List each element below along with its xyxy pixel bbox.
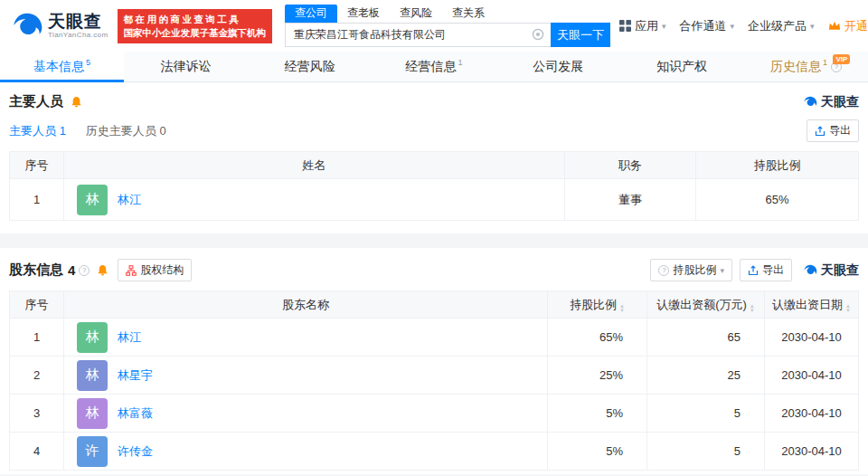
table-row: 3 林 林富薇 5% 5 2030-04-10 [10,395,859,433]
monitor-bell-icon[interactable] [97,264,108,276]
brand-name: 天眼查 [48,13,108,31]
table-header-row: 序号 股东名称 持股比例▲▼ 认缴出资额(万元)▲▼ 认缴出资日期▲▼ [10,291,859,319]
tianyancha-logo-icon [803,95,817,109]
avatar[interactable]: 林 [77,322,108,353]
export-icon [815,126,826,137]
col-no: 序号 [10,291,64,319]
image-search-icon[interactable] [532,28,544,43]
tianyancha-logo-icon [11,10,43,43]
chevron-down-icon: ▾ [720,266,724,275]
shareholder-link[interactable]: 林富薇 [118,405,153,422]
tab-company-development[interactable]: 公司发展 [496,52,620,81]
nav-apps[interactable]: 应用 ▾ [619,18,666,34]
shareholder-link[interactable]: 林江 [118,329,141,346]
person-link[interactable]: 林江 [118,192,141,208]
tianyancha-logo[interactable]: 天眼查 TianYanCha.com [11,10,108,43]
row-date: 2030-04-10 [765,433,859,471]
search-tab-company[interactable]: 查公司 [285,5,337,23]
avatar[interactable]: 林 [77,185,108,215]
crown-icon [828,21,841,31]
export-button[interactable]: 导出 [740,259,792,281]
main-personnel-section: 主要人员 天眼查 主要人员 1 历史主要人员 0 导出 序号 [0,82,868,233]
row-date: 2030-04-10 [765,357,859,395]
tab-basic-info[interactable]: 基本信息5 [0,52,124,81]
tab-intellectual-property[interactable]: 知识产权 [620,52,744,81]
tab-history-info[interactable]: 历史信息1 ? VIP [744,52,868,81]
tianyancha-logo-icon [803,263,817,278]
ratio-filter-dropdown[interactable]: ? 持股比例 ▾ [650,259,732,281]
company-section-tabbar: 基本信息5 法律诉讼 经营风险 经营信息1 公司发展 知识产权 历史信息1 ? … [0,52,868,82]
col-ratio-sortable[interactable]: 持股比例▲▼ [548,291,647,319]
apps-grid-icon [619,20,631,32]
col-date-sortable[interactable]: 认缴出资日期▲▼ [765,291,859,319]
export-button[interactable]: 导出 [807,119,859,142]
sort-icon: ▲▼ [845,304,851,313]
avatar[interactable]: 林 [77,398,108,429]
top-header: 天眼查 TianYanCha.com 都在用的商业查询工具 国家中小企业发展子基… [0,0,868,52]
col-ratio: 持股比例 [696,152,859,179]
col-name: 股东名称 [64,291,548,319]
avatar[interactable]: 林 [77,360,108,391]
search-input[interactable] [285,23,551,47]
col-no: 序号 [10,152,64,179]
row-amount: 65 [647,319,765,357]
nav-open-vip[interactable]: 开通会员 ▾ [828,18,868,34]
shareholder-link[interactable]: 林星宇 [118,367,153,384]
shareholders-section: 股东信息 4 ? 股权结构 ? 持股比例 ▾ 导出 天眼查 [0,248,868,474]
personnel-tab-current[interactable]: 主要人员 1 [9,123,66,139]
tab-operating-info[interactable]: 经营信息1 [372,52,495,81]
info-icon[interactable]: ? [79,265,90,276]
tianyancha-watermark: 天眼查 [803,262,859,279]
nav-cooperation[interactable]: 合作通道 ▾ [680,18,735,34]
brand-domain: TianYanCha.com [48,31,108,39]
table-row: 4 许 许传金 5% 5 2030-04-10 [10,433,859,471]
promo-line2: 国家中小企业发展子基金旗下机构 [124,26,267,40]
tab-operating-risk[interactable]: 经营风险 [248,52,372,81]
promo-banner: 都在用的商业查询工具 国家中小企业发展子基金旗下机构 [118,9,273,43]
row-no: 1 [10,319,64,357]
search-button[interactable]: 天眼一下 [551,23,610,47]
header-search: 查公司 查老板 查风险 查关系 天眼一下 [285,5,610,47]
row-amount: 5 [647,395,765,433]
org-chart-icon [126,265,137,276]
search-tab-risk[interactable]: 查风险 [390,5,442,23]
monitor-bell-icon[interactable] [71,96,82,108]
chevron-down-icon: ▾ [662,22,666,31]
sort-icon: ▲▼ [619,304,625,313]
row-no: 1 [10,179,64,221]
row-ratio: 65% [696,179,859,221]
search-tab-boss[interactable]: 查老板 [337,5,390,23]
shareholder-link[interactable]: 许传金 [118,443,153,460]
tab-legal-litigation[interactable]: 法律诉讼 [124,52,248,81]
avatar[interactable]: 许 [77,436,108,467]
col-amount-sortable[interactable]: 认缴出资额(万元)▲▼ [647,291,765,319]
row-ratio: 25% [548,357,647,395]
tianyancha-watermark: 天眼查 [803,94,859,110]
row-ratio: 65% [548,319,647,357]
row-ratio: 5% [548,433,647,471]
export-icon [748,265,759,276]
personnel-section-title: 主要人员 [9,93,63,110]
row-no: 3 [10,395,64,433]
table-header-row: 序号 姓名 职务 持股比例 [10,152,859,179]
nav-enterprise[interactable]: 企业级产品 ▾ [748,18,815,34]
personnel-table: 序号 姓名 职务 持股比例 1 林 林江 董事 65% [9,151,859,221]
search-tabs: 查公司 查老板 查风险 查关系 [285,5,610,23]
table-row: 2 林 林星宇 25% 25 2030-04-10 [10,357,859,395]
search-tab-relation[interactable]: 查关系 [442,5,495,23]
sort-icon: ▲▼ [750,304,755,313]
chevron-down-icon: ▾ [731,22,735,31]
table-row: 1 林 林江 董事 65% [10,179,859,221]
row-no: 2 [10,357,64,395]
shareholders-count: 4 [68,262,75,278]
table-row: 1 林 林江 65% 65 2030-04-10 [10,319,859,357]
col-name: 姓名 [64,152,565,179]
personnel-tab-history[interactable]: 历史主要人员 0 [86,123,166,139]
row-amount: 5 [647,433,765,471]
equity-structure-button[interactable]: 股权结构 [118,259,192,281]
row-date: 2030-04-10 [765,319,859,357]
vip-badge: VIP [833,54,850,64]
row-date: 2030-04-10 [765,395,859,433]
promo-line1: 都在用的商业查询工具 [124,13,267,26]
row-no: 4 [10,433,64,471]
